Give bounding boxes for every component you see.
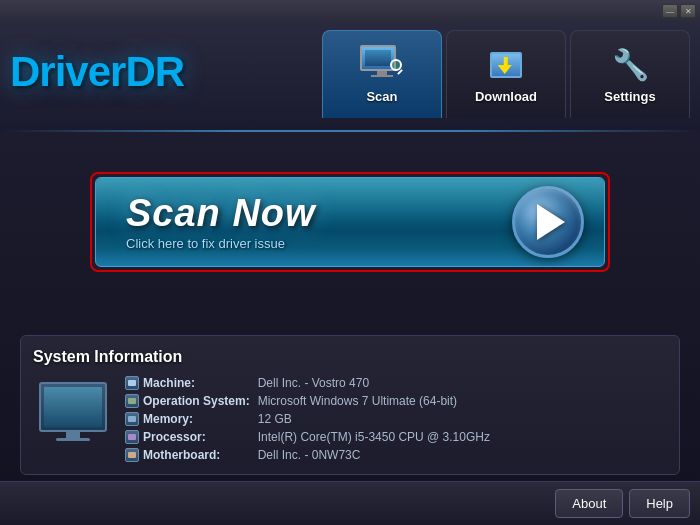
monitor-stand: [66, 432, 80, 438]
motherboard-label: Motherboard:: [125, 448, 250, 462]
monitor-screen: [44, 387, 102, 427]
main-container: DriverDR: [0, 22, 700, 525]
memory-value: 12 GB: [258, 412, 663, 426]
logo: DriverDR: [10, 32, 240, 112]
scan-arrow-button[interactable]: [512, 186, 584, 258]
system-info-panel: System Information: [20, 335, 680, 475]
machine-label: Machine:: [125, 376, 250, 390]
settings-tab-label: Settings: [604, 89, 655, 104]
machine-icon: [125, 376, 139, 390]
machine-value: Dell Inc. - Vostro 470: [258, 376, 663, 390]
tab-scan[interactable]: Scan: [322, 30, 442, 118]
processor-icon: [125, 430, 139, 444]
settings-tab-icon: 🔧: [608, 45, 652, 85]
os-label: Operation System:: [125, 394, 250, 408]
footer: About Help: [0, 481, 700, 525]
scan-tab-label: Scan: [366, 89, 397, 104]
nav-tabs: Scan Download: [322, 30, 690, 118]
arrow-right-icon: [537, 204, 565, 240]
system-info-title: System Information: [33, 348, 663, 366]
content-area: Scan Now Click here to fix driver issue …: [0, 132, 700, 525]
os-value: Microsoft Windows 7 Ultimate (64-bit): [258, 394, 663, 408]
scan-button-text: Scan Now Click here to fix driver issue: [126, 194, 316, 251]
minimize-button[interactable]: —: [662, 4, 678, 18]
download-tab-label: Download: [475, 89, 537, 104]
monitor-base: [56, 438, 90, 441]
title-bar: — ✕: [0, 0, 700, 22]
scan-now-button[interactable]: Scan Now Click here to fix driver issue: [95, 177, 605, 267]
motherboard-value: Dell Inc. - 0NW73C: [258, 448, 663, 462]
scan-button-container: Scan Now Click here to fix driver issue: [90, 172, 610, 272]
info-grid: Machine: Dell Inc. - Vostro 470 Operatio…: [125, 376, 663, 462]
help-button[interactable]: Help: [629, 489, 690, 518]
about-button[interactable]: About: [555, 489, 623, 518]
monitor-shape: [39, 382, 107, 432]
title-bar-controls: — ✕: [662, 4, 696, 18]
processor-label: Processor:: [125, 430, 250, 444]
scan-now-label: Scan Now: [126, 194, 316, 232]
close-button[interactable]: ✕: [680, 4, 696, 18]
memory-label: Memory:: [125, 412, 250, 426]
logo-text: DriverDR: [10, 48, 184, 96]
os-icon: [125, 394, 139, 408]
help-label: Help: [646, 496, 673, 511]
download-tab-icon: [484, 45, 528, 85]
about-label: About: [572, 496, 606, 511]
computer-icon: [33, 376, 113, 446]
motherboard-icon: [125, 448, 139, 462]
scan-tab-icon: [360, 45, 404, 85]
system-info-content: Machine: Dell Inc. - Vostro 470 Operatio…: [33, 376, 663, 462]
tab-settings[interactable]: 🔧 Settings: [570, 30, 690, 118]
processor-value: Intel(R) Core(TM) i5-3450 CPU @ 3.10GHz: [258, 430, 663, 444]
scan-sub-label: Click here to fix driver issue: [126, 236, 285, 251]
header: DriverDR: [0, 22, 700, 132]
memory-icon: [125, 412, 139, 426]
tab-download[interactable]: Download: [446, 30, 566, 118]
